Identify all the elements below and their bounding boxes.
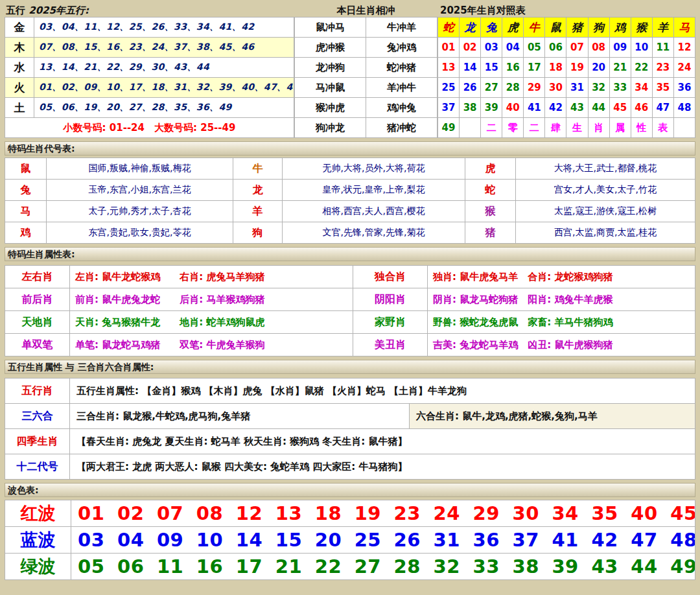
zodiac-header-cell: 兔 xyxy=(481,18,502,38)
attr-label-cell: 前后肖 xyxy=(5,288,70,311)
wave-color-table: 红波01 02 07 08 12 13 18 19 23 24 29 30 34… xyxy=(5,500,695,580)
clash-cell: 兔冲鸡 xyxy=(366,38,438,58)
zodiac-footer-cell: 生 xyxy=(566,118,588,138)
zodiac-header-cell: 狗 xyxy=(588,18,609,38)
zodiac-number-cell: 05 xyxy=(524,38,545,58)
zodiac-attributes-table: 左右肖左肖: 鼠牛龙蛇猴鸡 右肖: 虎兔马羊狗猪独合肖独肖: 鼠牛虎兔马羊 合肖… xyxy=(5,265,695,356)
zodiac-name-cell: 狗 xyxy=(233,222,283,244)
attr-label-cell: 单双笔 xyxy=(5,334,70,356)
clash-cell: 猴冲虎 xyxy=(295,98,366,118)
section-header-codes: 特码生肖代号表: xyxy=(5,141,695,156)
zodiac-number-cell: 32 xyxy=(588,78,609,98)
zodiac-number-chart: 蛇龙兔虎牛鼠猪狗鸡猴羊马0102030405060708091011121314… xyxy=(438,17,695,138)
five-elements-table: 金03、04、11、12、25、26、33、34、41、42木07、08、15、… xyxy=(5,17,294,138)
zodiac-number-cell: 37 xyxy=(438,98,460,118)
zodiac-name-cell: 鸡 xyxy=(5,222,47,244)
clash-cell: 龙冲狗 xyxy=(295,58,366,78)
zodiac-roles-cell: 大将,大王,武士,都督,桃花 xyxy=(516,158,695,180)
attr-label-cell: 左右肖 xyxy=(5,266,70,288)
zodiac-name-cell: 马 xyxy=(5,201,47,222)
zodiac-number-cell: 41 xyxy=(524,98,545,118)
attr-label-cell: 家野肖 xyxy=(353,311,428,334)
combo-text-cell: 【春天生肖: 虎兔龙 夏天生肖: 蛇马羊 秋天生肖: 猴狗鸡 冬天生肖: 鼠牛猪… xyxy=(70,429,695,454)
clash-cell: 牛冲羊 xyxy=(366,18,438,38)
zodiac-number-cell: 03 xyxy=(481,38,502,58)
clash-cell: 鸡冲兔 xyxy=(366,98,438,118)
zodiac-number-cell: 49 xyxy=(438,118,460,138)
zodiac-number-cell: 45 xyxy=(609,98,631,118)
element-numbers-cell: 01、02、09、10、17、18、31、32、39、40、47、48 xyxy=(34,78,294,98)
zodiac-footer-cell xyxy=(460,118,481,138)
zodiac-header-cell: 蛇 xyxy=(438,18,460,38)
zodiac-number-cell: 24 xyxy=(673,58,695,78)
zodiac-header-row: 蛇龙兔虎牛鼠猪狗鸡猴羊马 xyxy=(438,18,695,38)
element-numbers-cell: 05、06、19、20、27、28、35、36、49 xyxy=(34,98,294,118)
top-header: 五行 2025年五行: 本日生肖相冲 2025年生肖对照表 xyxy=(5,4,695,17)
element-numbers-cell: 03、04、11、12、25、26、33、34、41、42 xyxy=(34,18,294,38)
combo-text-cell: 五行生肖属性: 【金肖】猴鸡 【木肖】虎兔 【水肖】鼠猪 【火肖】蛇马 【土肖】… xyxy=(70,379,695,404)
zodiac-name-cell: 羊 xyxy=(233,201,283,222)
zodiac-number-row: 010203040506070809101112 xyxy=(438,38,695,58)
zodiac-header-cell: 猪 xyxy=(566,18,588,38)
element-combo-table: 五行肖五行生肖属性: 【金肖】猴鸡 【木肖】虎兔 【水肖】鼠猪 【火肖】蛇马 【… xyxy=(5,378,695,480)
zodiac-header-cell: 猴 xyxy=(631,18,652,38)
wave-row: 红波01 02 07 08 12 13 18 19 23 24 29 30 34… xyxy=(5,500,695,527)
zodiac-header-cell: 鸡 xyxy=(609,18,631,38)
element-name-cell: 火 xyxy=(5,78,34,98)
zodiac-footer-cell: 零 xyxy=(502,118,524,138)
clash-cell: 马冲鼠 xyxy=(295,78,366,98)
zodiac-footer-cell: 二 xyxy=(481,118,502,138)
element-numbers-cell: 07、08、15、16、23、24、37、38、45、46 xyxy=(34,38,294,58)
attr-text-cell: 独肖: 鼠牛虎兔马羊 合肖: 龙蛇猴鸡狗猪 xyxy=(428,266,695,288)
zodiac-roles-cell: 玉帝,东宫,小姐,东宫,兰花 xyxy=(47,180,233,201)
zodiac-roles-cell: 太子,元帅,秀才,太子,杏花 xyxy=(47,201,233,222)
zodiac-number-cell: 16 xyxy=(502,58,524,78)
zodiac-roles-cell: 无帅,大将,员外,大将,荷花 xyxy=(283,158,465,180)
zodiac-number-cell: 26 xyxy=(460,78,481,98)
zodiac-footer-cell: 性 xyxy=(631,118,652,138)
zodiac-number-row: 252627282930313233343536 xyxy=(438,78,695,98)
attrs-row: 单双笔单笔: 鼠龙蛇马鸡猪 双笔: 牛虎兔羊猴狗美丑肖吉美: 兔龙蛇马羊鸡 凶丑… xyxy=(5,334,695,356)
top-tables: 金03、04、11、12、25、26、33、34、41、42木07、08、15、… xyxy=(5,17,695,138)
zodiac-roles-cell: 宫女,才人,美女,太子,竹花 xyxy=(516,180,695,201)
zodiac-number-cell: 07 xyxy=(566,38,588,58)
combo-label-cell: 三六合 xyxy=(5,404,70,429)
combo-text-cell: 【两大君王: 龙虎 两大恶人: 鼠猴 四大美女: 兔蛇羊鸡 四大家臣: 牛马猪狗… xyxy=(70,454,695,480)
zodiac-number-cell: 27 xyxy=(481,78,502,98)
zodiac-number-cell: 20 xyxy=(588,58,609,78)
zodiac-name-cell: 兔 xyxy=(5,180,47,201)
zodiac-number-cell: 06 xyxy=(545,38,566,58)
attr-label-cell: 阴阳肖 xyxy=(353,288,428,311)
zodiac-number-cell: 10 xyxy=(631,38,652,58)
attr-label-cell: 独合肖 xyxy=(353,266,428,288)
clash-cell: 鼠冲马 xyxy=(295,18,366,38)
zodiac-number-cell: 19 xyxy=(566,58,588,78)
zodiac-number-cell: 08 xyxy=(588,38,609,58)
wave-row: 绿波05 06 11 16 17 21 22 27 28 32 33 38 39… xyxy=(5,554,695,580)
element-name-cell: 土 xyxy=(5,98,34,118)
zodiac-roles-cell: 文官,先锋,管家,先锋,菊花 xyxy=(283,222,465,244)
zodiac-number-cell: 35 xyxy=(652,78,673,98)
element-name-cell: 木 xyxy=(5,38,34,58)
section-header-attrs: 特码生肖属性表: xyxy=(5,247,695,261)
zodiac-name-cell: 猪 xyxy=(465,222,516,244)
codes-row: 鸡东宫,贵妃,歌女,贵妃,苓花狗文官,先锋,管家,先锋,菊花猪西宫,太监,商贾,… xyxy=(5,222,695,244)
clash-row: 狗冲龙猪冲蛇 xyxy=(295,118,438,138)
five-element-row: 金03、04、11、12、25、26、33、34、41、42 xyxy=(5,18,294,38)
zodiac-header-cell: 虎 xyxy=(502,18,524,38)
codes-row: 马太子,元帅,秀才,太子,杏花羊相将,西宫,夫人,西宫,樱花猴太监,寇王,游侠,… xyxy=(5,201,695,222)
section-header-waves: 波色表: xyxy=(5,483,695,497)
combo-text-cell: 三合生肖: 鼠龙猴,牛蛇鸡,虎马狗,兔羊猪 xyxy=(70,404,410,429)
zodiac-number-cell: 40 xyxy=(502,98,524,118)
clash-row: 猴冲虎鸡冲兔 xyxy=(295,98,438,118)
zodiac-number-cell: 21 xyxy=(609,58,631,78)
zodiac-footer-cell xyxy=(673,118,695,138)
zodiac-roles-cell: 相将,西宫,夫人,西宫,樱花 xyxy=(283,201,465,222)
attr-text-cell: 前肖: 鼠牛虎兔龙蛇 后肖: 马羊猴鸡狗猪 xyxy=(70,288,353,311)
zodiac-header-cell: 龙 xyxy=(460,18,481,38)
page: 五行 2025年五行: 本日生肖相冲 2025年生肖对照表 金03、04、11、… xyxy=(0,0,700,580)
zodiac-number-cell: 48 xyxy=(673,98,695,118)
zodiac-footer-cell: 肆 xyxy=(545,118,566,138)
combo-label-cell: 四季生肖 xyxy=(5,429,70,454)
clash-row: 虎冲猴兔冲鸡 xyxy=(295,38,438,58)
